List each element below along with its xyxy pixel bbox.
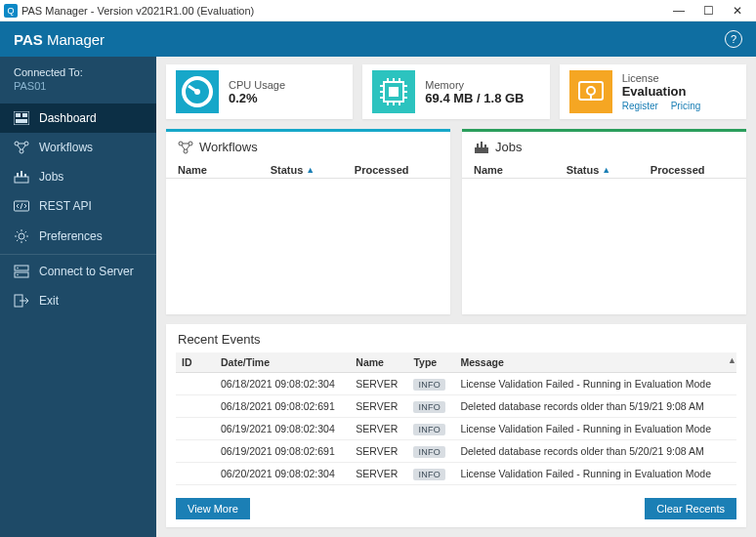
cell-message: License Validation Failed - Running in E…	[454, 463, 736, 485]
col-processed[interactable]: Processed	[651, 164, 735, 176]
table-row[interactable]: 06/19/2021 09:08:02:304SERVERINFOLicense…	[176, 418, 736, 440]
cell-type: INFO	[407, 395, 454, 418]
table-row[interactable]: 06/18/2021 09:08:02:304SERVERINFOLicense…	[176, 373, 736, 395]
col-id[interactable]: ID	[176, 352, 215, 373]
sort-asc-icon: ▲	[602, 165, 610, 175]
sidebar-item-label: Workflows	[39, 141, 93, 154]
connection-info: Connected To: PAS01	[0, 57, 156, 103]
sidebar-item-label: Dashboard	[39, 111, 97, 125]
app-header: PAS Manager ?	[0, 21, 756, 57]
stat-cards: CPU Usage 0.2% Memory 69.4 MB / 1.8 GB	[166, 64, 746, 119]
share-icon	[178, 141, 193, 154]
sidebar-item-jobs[interactable]: Jobs	[0, 162, 156, 191]
register-link[interactable]: Register	[622, 101, 658, 111]
col-processed[interactable]: Processed	[355, 164, 439, 176]
col-message[interactable]: Message	[454, 352, 736, 373]
sidebar-item-label: Connect to Server	[39, 265, 134, 278]
titlebar: Q PAS Manager - Version v2021R1.00 (Eval…	[0, 0, 756, 21]
col-name[interactable]: Name	[474, 164, 567, 176]
scroll-up-icon[interactable]: ▲	[728, 355, 736, 365]
svg-point-28	[189, 142, 192, 145]
col-type[interactable]: Type	[407, 352, 454, 373]
gauge-icon	[176, 70, 219, 113]
jobs-title: Jobs	[495, 140, 522, 154]
view-more-button[interactable]: View More	[176, 498, 250, 519]
col-name[interactable]: Name	[178, 164, 271, 176]
clear-recents-button[interactable]: Clear Recents	[645, 498, 736, 519]
sidebar-item-connect[interactable]: Connect to Server	[0, 257, 156, 286]
col-name[interactable]: Name	[350, 352, 407, 373]
dashboard-icon	[14, 111, 29, 125]
cell-datetime: 06/18/2021 09:08:02:304	[215, 373, 350, 395]
cell-message: Deleted database records older than 5/20…	[454, 440, 736, 463]
workflows-columns: Name Status▲ Processed	[166, 160, 450, 179]
sort-asc-icon: ▲	[306, 165, 315, 175]
app-name-bold: PAS	[14, 31, 43, 48]
sidebar-item-preferences[interactable]: Preferences	[0, 221, 156, 252]
cpu-value: 0.2%	[229, 91, 285, 105]
license-label: License	[622, 72, 711, 84]
cell-message: License Validation Failed - Running in E…	[454, 418, 736, 440]
cell-name: SERVER	[350, 440, 407, 463]
memory-card: Memory 69.4 MB / 1.8 GB	[362, 64, 549, 119]
window-title: PAS Manager - Version v2021R1.00 (Evalua…	[21, 5, 254, 17]
app-name-light: Manager	[47, 31, 105, 48]
svg-rect-24	[569, 70, 612, 113]
cell-type: INFO	[407, 440, 454, 463]
col-datetime[interactable]: Date/Time	[215, 352, 350, 373]
cell-message: Deleted database records older than 5/19…	[454, 395, 736, 418]
svg-rect-2	[22, 113, 27, 117]
sidebar-item-label: Exit	[39, 294, 59, 308]
table-row[interactable]: 06/20/2021 09:08:02:304SERVERINFOLicense…	[176, 463, 736, 485]
sidebar-item-label: REST API	[39, 199, 92, 213]
sidebar-item-exit[interactable]: Exit	[0, 286, 156, 315]
connected-value: PAS01	[14, 80, 143, 92]
cpu-label: CPU Usage	[229, 79, 285, 91]
svg-rect-23	[389, 87, 399, 97]
workflows-title: Workflows	[199, 140, 258, 154]
jobs-icon	[14, 170, 29, 184]
chip-icon	[372, 70, 415, 113]
memory-value: 69.4 MB / 1.8 GB	[425, 91, 524, 105]
col-status[interactable]: Status▲	[271, 164, 355, 176]
memory-label: Memory	[425, 79, 524, 91]
cell-type: INFO	[407, 373, 454, 395]
main-content: CPU Usage 0.2% Memory 69.4 MB / 1.8 GB	[156, 57, 756, 537]
svg-rect-9	[21, 171, 22, 177]
server-icon	[14, 265, 29, 278]
cell-type: INFO	[407, 418, 454, 440]
sidebar-item-rest-api[interactable]: REST API	[0, 191, 156, 221]
exit-icon	[14, 294, 29, 308]
pricing-link[interactable]: Pricing	[671, 101, 701, 111]
panels-row: Workflows Name Status▲ Processed Jobs	[166, 129, 746, 314]
cell-datetime: 06/19/2021 09:08:02:304	[215, 418, 350, 440]
gear-icon	[14, 228, 29, 244]
table-row[interactable]: 06/19/2021 09:08:02:691SERVERINFODeleted…	[176, 440, 736, 463]
jobs-columns: Name Status▲ Processed	[462, 160, 746, 179]
license-icon	[569, 70, 612, 113]
connected-label: Connected To:	[14, 66, 143, 78]
cell-name: SERVER	[350, 418, 407, 440]
cell-name: SERVER	[350, 463, 407, 485]
sidebar-item-workflows[interactable]: Workflows	[0, 133, 156, 162]
svg-rect-7	[15, 177, 28, 183]
cell-name: SERVER	[350, 395, 407, 418]
col-status[interactable]: Status▲	[567, 164, 651, 176]
minimize-button[interactable]: —	[664, 4, 693, 18]
cell-datetime: 06/19/2021 09:08:02:691	[215, 440, 350, 463]
svg-point-29	[184, 149, 188, 153]
maximize-button[interactable]: ☐	[693, 4, 723, 18]
sidebar-item-dashboard[interactable]: Dashboard	[0, 103, 156, 133]
license-value: Evaluation	[622, 84, 711, 99]
sidebar: Connected To: PAS01 Dashboard Workflows …	[0, 57, 156, 537]
help-icon[interactable]: ?	[725, 30, 742, 48]
svg-point-27	[179, 142, 183, 145]
jobs-panel: Jobs Name Status▲ Processed	[462, 129, 746, 314]
close-button[interactable]: ✕	[723, 4, 752, 18]
recent-events-panel: Recent Events ▲ ID Date/Time Name Type M…	[166, 324, 746, 527]
svg-point-5	[24, 142, 28, 145]
sidebar-item-label: Preferences	[39, 229, 103, 243]
svg-rect-33	[484, 145, 486, 147]
workflows-panel: Workflows Name Status▲ Processed	[166, 129, 450, 314]
table-row[interactable]: 06/18/2021 09:08:02:691SERVERINFODeleted…	[176, 395, 736, 418]
